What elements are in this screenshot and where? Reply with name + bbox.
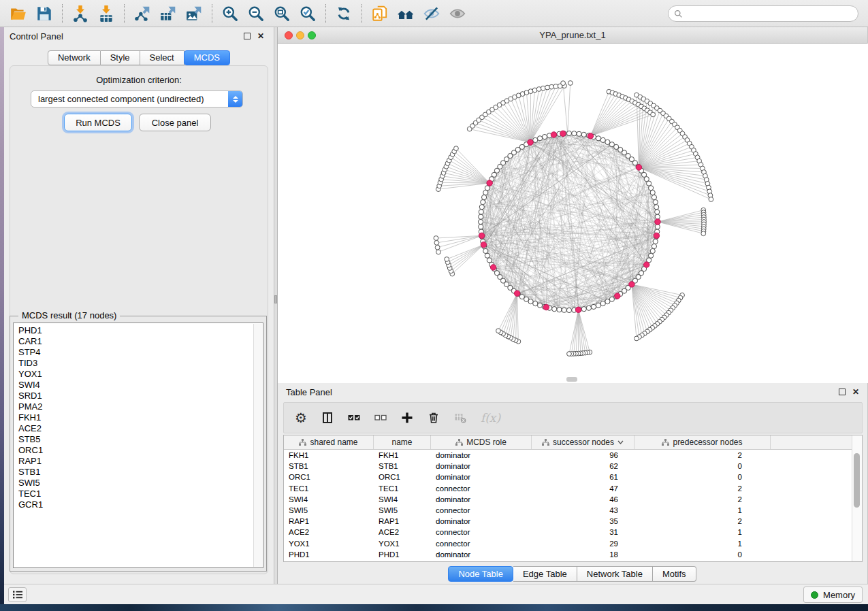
network-leaf-node[interactable] <box>541 86 545 90</box>
deselect-all-button[interactable] <box>374 410 387 426</box>
network-node[interactable] <box>591 304 596 309</box>
network-node[interactable] <box>653 199 658 204</box>
network-node[interactable] <box>652 244 656 248</box>
network-leaf-node[interactable] <box>436 250 441 254</box>
tab-edge-table[interactable]: Edge Table <box>513 566 577 582</box>
mcds-hub-node[interactable] <box>615 293 620 299</box>
network-node[interactable] <box>596 136 600 141</box>
open-file-button[interactable] <box>5 2 31 25</box>
automation-panel-button[interactable] <box>8 587 27 602</box>
mcds-result-item[interactable]: SRD1 <box>18 391 251 401</box>
network-node[interactable] <box>581 307 586 312</box>
mcds-hub-node[interactable] <box>629 282 634 287</box>
network-node[interactable] <box>479 214 483 219</box>
network-node[interactable] <box>654 205 659 210</box>
table-vscrollbar[interactable] <box>852 435 862 561</box>
network-leaf-node[interactable] <box>701 231 706 236</box>
network-node[interactable] <box>533 301 538 306</box>
network-node[interactable] <box>483 190 488 195</box>
mcds-result-item[interactable]: SWI4 <box>18 380 251 391</box>
network-leaf-node[interactable] <box>634 336 639 341</box>
network-node[interactable] <box>596 303 600 308</box>
close-panel-button[interactable]: Close panel <box>139 114 211 131</box>
network-node[interactable] <box>478 219 483 224</box>
save-session-button[interactable] <box>31 2 57 25</box>
mcds-result-item[interactable]: ORC1 <box>18 445 251 456</box>
mcds-result-item[interactable]: STP4 <box>18 347 251 358</box>
network-node[interactable] <box>600 137 605 142</box>
network-node[interactable] <box>650 248 655 253</box>
mcds-hub-node[interactable] <box>479 233 484 238</box>
export-image-button[interactable] <box>181 2 207 25</box>
mcds-result-item[interactable]: SWI5 <box>18 478 251 489</box>
mcds-result-item[interactable]: ACE2 <box>18 423 251 434</box>
table-vscrollbar-thumb[interactable] <box>854 453 860 508</box>
close-panel-icon[interactable]: ✕ <box>257 33 264 39</box>
column-header-successor-nodes[interactable]: successor nodes <box>532 435 634 449</box>
table-close-icon[interactable]: ✕ <box>852 389 859 395</box>
network-node[interactable] <box>652 195 656 199</box>
add-column-button[interactable] <box>401 410 413 426</box>
table-row[interactable]: YOX1YOX1connector291 <box>284 538 862 549</box>
network-node[interactable] <box>566 131 571 135</box>
network-leaf-node[interactable] <box>496 329 501 333</box>
mcds-result-item[interactable]: PHD1 <box>18 325 251 336</box>
clone-network-button[interactable] <box>367 2 393 25</box>
table-row[interactable]: FKH1FKH1dominator962 <box>284 450 862 461</box>
delete-column-button[interactable] <box>428 410 440 426</box>
mcds-result-item[interactable]: YOX1 <box>18 369 251 380</box>
select-all-button[interactable] <box>348 410 360 426</box>
search-input[interactable] <box>687 9 852 18</box>
tab-network[interactable]: Network <box>48 50 101 65</box>
network-leaf-node[interactable] <box>553 84 558 89</box>
network-leaf-node[interactable] <box>454 146 459 151</box>
network-leaf-node[interactable] <box>567 352 572 357</box>
network-leaf-node[interactable] <box>549 84 554 89</box>
table-row[interactable]: RAP1RAP1dominator352 <box>284 516 862 527</box>
tab-style[interactable]: Style <box>101 50 140 65</box>
mcds-result-item[interactable]: FKH1 <box>18 412 251 423</box>
network-leaf-node[interactable] <box>434 240 439 245</box>
mcds-result-item[interactable]: STB5 <box>18 434 251 445</box>
network-leaf-node[interactable] <box>545 85 550 90</box>
network-node[interactable] <box>649 253 654 258</box>
network-node[interactable] <box>485 253 489 258</box>
network-node[interactable] <box>537 136 542 141</box>
network-node[interactable] <box>485 186 489 191</box>
network-node[interactable] <box>552 307 557 312</box>
network-node[interactable] <box>653 239 658 244</box>
mcds-hub-node[interactable] <box>575 307 581 312</box>
network-node[interactable] <box>481 195 486 199</box>
column-header-shared-name[interactable]: shared name <box>284 435 374 449</box>
network-node[interactable] <box>581 132 586 137</box>
table-row[interactable]: ORC1ORC1dominator610 <box>284 472 862 482</box>
network-node[interactable] <box>605 139 610 144</box>
network-leaf-node[interactable] <box>651 112 656 117</box>
table-row[interactable]: SWI4SWI4dominator462 <box>284 494 862 505</box>
optimization-criterion-select[interactable]: largest connected component (undirected) <box>31 90 243 108</box>
network-node[interactable] <box>542 134 547 139</box>
table-row[interactable]: STB1STB1dominator620 <box>284 461 862 472</box>
divider-handle[interactable] <box>274 295 277 303</box>
column-header-name[interactable]: name <box>374 435 431 449</box>
mcds-result-item[interactable]: PMA2 <box>18 401 251 412</box>
zoom-selected-button[interactable] <box>295 2 321 25</box>
network-node[interactable] <box>655 214 660 219</box>
network-node[interactable] <box>577 131 581 136</box>
network-leaf-node[interactable] <box>561 81 566 86</box>
network-node[interactable] <box>533 137 538 142</box>
network-node[interactable] <box>586 306 591 310</box>
mcds-result-item[interactable]: CAR1 <box>18 336 251 347</box>
table-float-icon[interactable] <box>839 389 846 395</box>
table-row[interactable]: SWI5SWI5connector431 <box>284 505 862 516</box>
network-node[interactable] <box>600 301 605 306</box>
mcds-hub-node[interactable] <box>644 262 649 267</box>
mcds-hub-node[interactable] <box>655 219 660 225</box>
zoom-in-button[interactable] <box>217 2 243 25</box>
zoom-fit-button[interactable] <box>269 2 295 25</box>
table-row[interactable]: TEC1TEC1connector472 <box>284 483 862 494</box>
network-node[interactable] <box>537 303 542 308</box>
mcds-hub-node[interactable] <box>514 291 519 296</box>
mcds-result-item[interactable]: STB1 <box>18 467 251 478</box>
run-mcds-button[interactable]: Run MCDS <box>64 114 132 131</box>
